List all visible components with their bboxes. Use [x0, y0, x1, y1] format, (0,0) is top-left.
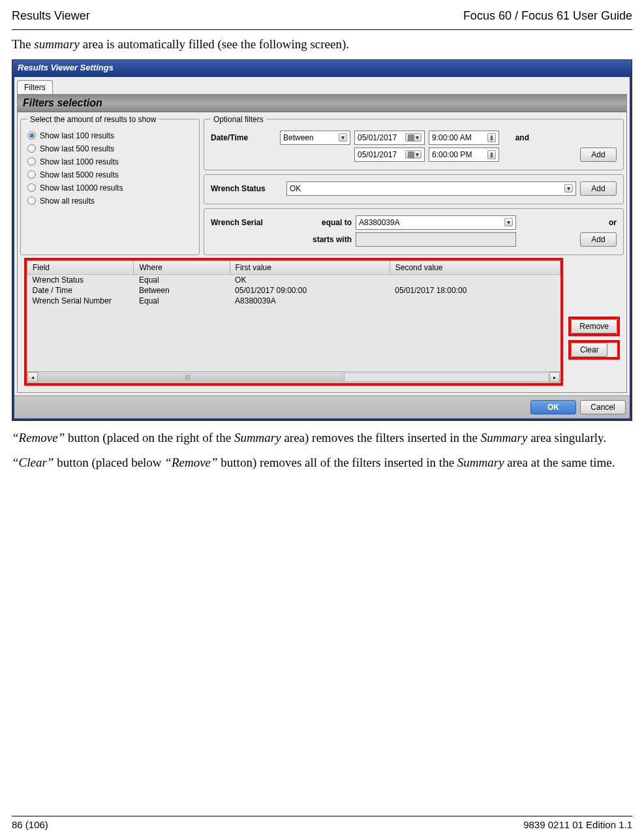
cell: Equal: [134, 274, 230, 285]
intro-text: The summary area is automatically filled…: [12, 37, 632, 53]
add-wrench-status-button[interactable]: Add: [580, 181, 617, 196]
wrench-serial-label: Wrench Serial: [211, 218, 283, 227]
time-value: 9:00:00 AM: [432, 133, 472, 142]
cell: A8380039A: [230, 296, 390, 306]
optional-legend: Optional filters: [211, 115, 266, 124]
radio-label: Show last 1000 results: [40, 157, 119, 166]
calendar-icon: ▾: [405, 150, 422, 159]
intro-summary-word: summary: [34, 37, 80, 51]
table-row[interactable]: Wrench Serial NumberEqualA8380039A: [27, 296, 560, 306]
radio-label: Show last 10000 results: [40, 183, 123, 193]
datetime-label: Date/Time: [211, 133, 276, 142]
results-viewer-settings-dialog: Results Viewer Settings Filters Filters …: [12, 59, 632, 421]
chevron-down-icon: ▾: [339, 133, 347, 142]
col-field[interactable]: Field: [27, 260, 134, 274]
filters-banner: Filters selection: [18, 95, 626, 112]
radio-icon: [27, 170, 36, 179]
table-row[interactable]: Date / TimeBetween05/01/2017 09:00:0005/…: [27, 285, 560, 296]
equal-to-label: equal to: [286, 218, 352, 227]
scroll-track[interactable]: [38, 373, 549, 382]
dialog-footer: OK Cancel: [14, 396, 630, 418]
radio-show-5000[interactable]: Show last 5000 results: [27, 168, 192, 181]
date1-input[interactable]: 05/01/2017▾: [354, 131, 425, 145]
wrench-status-label: Wrench Status: [211, 184, 283, 193]
radio-icon: [27, 131, 36, 140]
chevron-down-icon: ▾: [564, 184, 573, 193]
cell: [390, 274, 560, 285]
ok-button[interactable]: OK: [530, 400, 576, 414]
spinner-icon: ▲▼: [487, 133, 496, 142]
table-row[interactable]: Wrench StatusEqualOK: [27, 274, 560, 285]
radio-show-100[interactable]: Show last 100 results: [27, 129, 192, 142]
radio-label: Show all results: [40, 196, 95, 206]
t: area at the same time.: [504, 456, 615, 469]
cell: Equal: [134, 296, 230, 306]
scroll-thumb[interactable]: [39, 373, 345, 381]
time1-input[interactable]: 9:00:00 AM▲▼: [429, 131, 499, 145]
radio-show-1000[interactable]: Show last 1000 results: [27, 155, 192, 168]
amount-fieldset: Select the amount of results to show Sho…: [20, 115, 200, 255]
cell: Wrench Status: [27, 274, 134, 285]
radio-icon: [27, 196, 36, 205]
cell: [390, 296, 560, 306]
radio-icon: [27, 144, 36, 153]
add-datetime-button[interactable]: Add: [580, 147, 617, 162]
date-value: 05/01/2017: [358, 133, 397, 142]
remove-button[interactable]: Remove: [571, 319, 617, 334]
wrench-serial-combo[interactable]: A8380039A▾: [356, 215, 516, 230]
add-wrench-serial-button[interactable]: Add: [580, 232, 617, 247]
time2-input[interactable]: 6:00:00 PM▲▼: [429, 147, 499, 162]
amount-legend: Select the amount of results to show: [27, 115, 159, 124]
date-value: 05/01/2017: [358, 150, 397, 159]
quote-clear: “Clear”: [12, 456, 54, 469]
cell: Wrench Serial Number: [27, 296, 134, 306]
col-first[interactable]: First value: [230, 260, 390, 274]
quote-remove: “Remove”: [12, 431, 65, 444]
summary-table-area: Field Where First value Second value Wre…: [24, 258, 563, 386]
quote-remove: “Remove”: [164, 456, 217, 469]
t: button) removes all of the filters inser…: [218, 456, 457, 469]
starts-with-input[interactable]: [356, 232, 516, 247]
radio-show-all[interactable]: Show all results: [27, 194, 192, 208]
header-right: Focus 60 / Focus 61 User Guide: [463, 9, 632, 23]
time-value: 6:00:00 PM: [432, 150, 472, 159]
t: button (placed on the right of the: [65, 431, 234, 444]
remove-paragraph: “Remove” button (placed on the right of …: [12, 430, 632, 446]
dialog-title: Results Viewer Settings: [12, 60, 632, 75]
radio-show-10000[interactable]: Show last 10000 results: [27, 181, 192, 194]
wrench-status-combo[interactable]: OK▾: [286, 181, 576, 196]
summary-table: Field Where First value Second value Wre…: [27, 260, 560, 306]
calendar-icon: ▾: [405, 133, 422, 142]
and-label: and: [503, 133, 529, 142]
cell: OK: [230, 274, 390, 285]
summary-blank: [27, 306, 560, 371]
clear-button[interactable]: Clear: [571, 343, 607, 357]
date2-input[interactable]: 05/01/2017▾: [354, 147, 425, 162]
scroll-left-icon[interactable]: ◂: [27, 372, 38, 382]
radio-icon: [27, 183, 36, 192]
col-second[interactable]: Second value: [390, 260, 560, 274]
optional-filters-wrench-serial: Wrench Serial equal to A8380039A▾ or sta…: [204, 208, 624, 255]
cancel-button[interactable]: Cancel: [580, 400, 626, 414]
summary-scrollbar[interactable]: ◂ ▸: [27, 371, 560, 383]
page-header: Results Viewer Focus 60 / Focus 61 User …: [12, 0, 632, 29]
em-summary: Summary: [234, 431, 281, 444]
clear-paragraph: “Clear” button (placed below “Remove” bu…: [12, 455, 632, 471]
header-rule: [12, 29, 632, 30]
tab-content: Filters selection Select the amount of r…: [17, 94, 627, 393]
scroll-right-icon[interactable]: ▸: [549, 372, 560, 382]
datetime-operator-combo[interactable]: Between▾: [280, 131, 350, 145]
chevron-down-icon: ▾: [504, 218, 513, 226]
radio-icon: [27, 157, 36, 166]
radio-show-500[interactable]: Show last 500 results: [27, 142, 192, 155]
combo-value: Between: [283, 133, 314, 142]
t: area) removes the filters inserted in th…: [281, 431, 481, 444]
spinner-icon: ▲▼: [487, 150, 496, 159]
em-summary: Summary: [457, 456, 504, 469]
radio-label: Show last 100 results: [40, 131, 114, 140]
header-left: Results Viewer: [12, 9, 90, 23]
col-where[interactable]: Where: [134, 260, 230, 274]
t: button (placed below: [54, 456, 164, 469]
tab-filters[interactable]: Filters: [17, 80, 53, 94]
combo-value: OK: [290, 184, 301, 193]
